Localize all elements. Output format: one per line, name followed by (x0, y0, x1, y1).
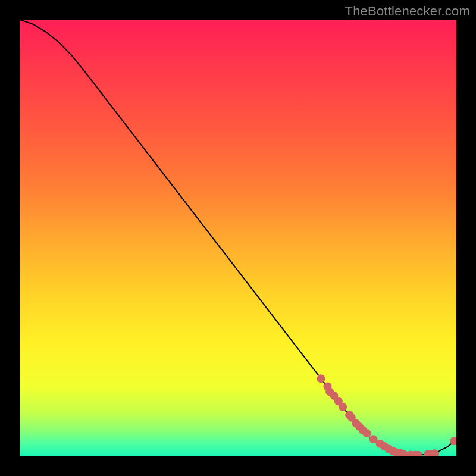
scatter-dot (363, 429, 371, 437)
plot-area (20, 20, 456, 456)
chart-svg (20, 20, 456, 456)
scatter-dot (317, 374, 325, 383)
attribution-label: TheBottlenecker.com (345, 4, 470, 19)
gradient-background (20, 20, 456, 456)
scatter-dot (339, 403, 347, 411)
chart-stage: TheBottlenecker.com (0, 0, 476, 476)
